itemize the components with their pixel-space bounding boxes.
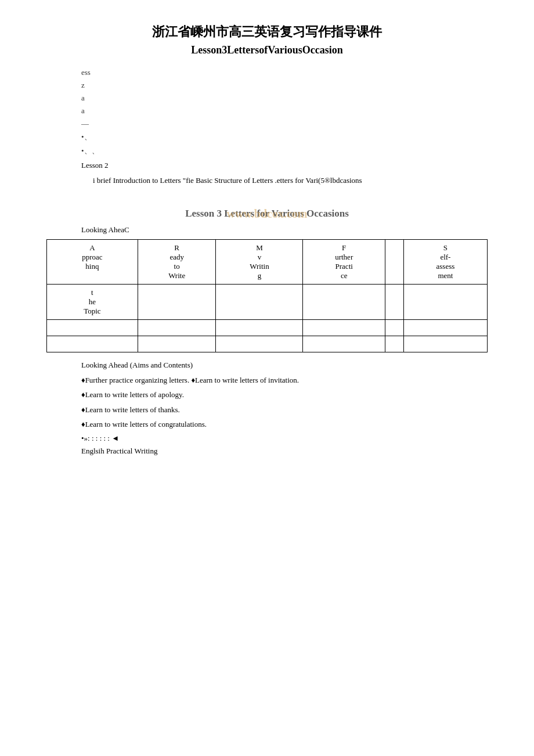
lesson2-label: Lesson 2 bbox=[81, 161, 488, 170]
lesson3-title: Lesson 3 Letters for Various Occasions w… bbox=[46, 208, 488, 219]
side-item-bullet2: •、、 bbox=[81, 146, 488, 156]
side-item-a2: a bbox=[81, 106, 488, 116]
lesson3-table: Approachinq ReadytoWrite MvWriting Furth… bbox=[46, 239, 488, 352]
side-item-bullet1: •、 bbox=[81, 132, 488, 142]
side-item-z: z bbox=[81, 81, 488, 90]
table-cell-e2c5 bbox=[385, 336, 403, 352]
table-row-empty2 bbox=[47, 336, 488, 352]
table-header-further-practice: FurtherPractice bbox=[303, 239, 385, 284]
lesson-intro: i brief Introduction to Letters "fie Bas… bbox=[93, 175, 488, 187]
table-cell-e1c3 bbox=[216, 319, 303, 336]
table-cell-e2c1 bbox=[47, 336, 138, 352]
aims-item-4: ♦Learn to write letters of congratulatio… bbox=[81, 419, 488, 430]
practical-writing: Englsih Practical Writing bbox=[81, 447, 488, 456]
table-header-self-assessment: Self-assessment bbox=[403, 239, 487, 284]
side-item-dash: — bbox=[81, 119, 488, 128]
page-title-en: Lesson3LettersofVariousOccasion bbox=[46, 44, 488, 56]
aims-item-2: ♦Learn to write letters of apology. bbox=[81, 389, 488, 401]
side-item-a1: a bbox=[81, 93, 488, 103]
table-cell-e1c4 bbox=[303, 319, 385, 336]
table-header-approaching: Approachinq bbox=[47, 239, 138, 284]
aims-title: Looking Ahead (Aims and Contents) bbox=[81, 361, 488, 370]
table-header-ready-write: ReadytoWrite bbox=[138, 239, 216, 284]
table-cell-e1c2 bbox=[138, 319, 216, 336]
table-header-mv-writing: MvWriting bbox=[216, 239, 303, 284]
table-cell-e1c6 bbox=[403, 319, 487, 336]
looking-ahead-label: Looking AheaC bbox=[81, 225, 488, 235]
table-cell-topic: theTopic bbox=[47, 284, 138, 319]
special-bullets-line: •»: : : : : : ◄ bbox=[81, 434, 488, 443]
side-item-ess: ess bbox=[81, 68, 488, 77]
table-header-empty bbox=[385, 239, 403, 284]
table-row-topic: theTopic bbox=[47, 284, 488, 319]
table-cell-r2c6 bbox=[403, 284, 487, 319]
table-cell-e2c2 bbox=[138, 336, 216, 352]
aims-item-3: ♦Learn to write letters of thanks. bbox=[81, 404, 488, 416]
table-header-row: Approachinq ReadytoWrite MvWriting Furth… bbox=[47, 239, 488, 284]
table-cell-e2c6 bbox=[403, 336, 487, 352]
table-cell-r2c3 bbox=[216, 284, 303, 319]
table-cell-e1c1 bbox=[47, 319, 138, 336]
table-cell-e2c3 bbox=[216, 336, 303, 352]
table-cell-r2c2 bbox=[138, 284, 216, 319]
table-cell-e1c5 bbox=[385, 319, 403, 336]
table-cell-e2c4 bbox=[303, 336, 385, 352]
table-cell-r2c4 bbox=[303, 284, 385, 319]
table-cell-r2c5 bbox=[385, 284, 403, 319]
aims-item-1: ♦Further practice organizing letters. ♦L… bbox=[81, 375, 488, 386]
page-title-cn: 浙江省嵊州市高三英语复习写作指导课件 bbox=[46, 23, 488, 41]
aims-section: Looking Ahead (Aims and Contents) ♦Furth… bbox=[81, 361, 488, 456]
side-items-container: ess z a a — •、 •、、 bbox=[81, 68, 488, 156]
table-row-empty1 bbox=[47, 319, 488, 336]
